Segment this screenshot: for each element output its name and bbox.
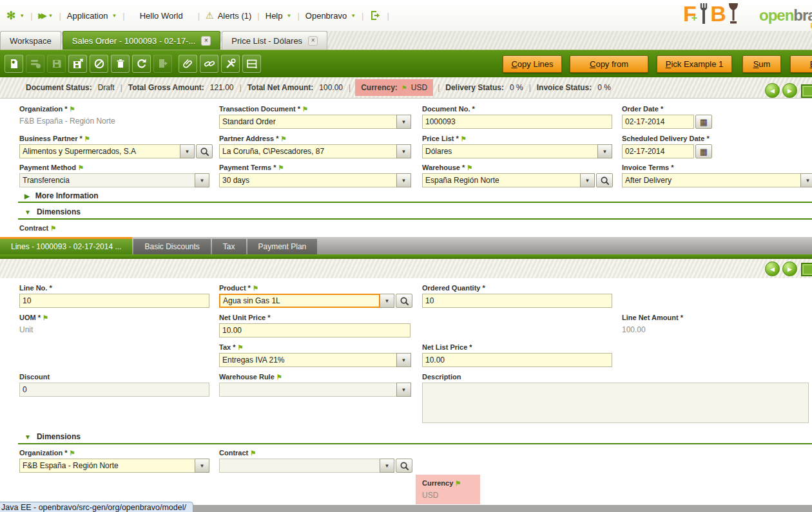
help-menu[interactable]: Help ▼ (266, 11, 292, 21)
toolbar: ✱ (0, 50, 812, 77)
currency-status-highlight: Currency: ⚑ USD (355, 79, 433, 96)
save-close-button[interactable] (68, 55, 87, 73)
application-menu[interactable]: Application ▼ (67, 11, 117, 21)
delete-button[interactable] (111, 55, 130, 73)
tab-price-list[interactable]: Price List - Dólares × (222, 31, 327, 50)
attachment-button[interactable] (179, 55, 197, 73)
tab-lines[interactable]: Lines - 1000093 - 02-17-2014 ... (0, 237, 132, 254)
payment-method-input[interactable] (19, 173, 195, 187)
document-status-bar: Document Status: Draft | Total Gross Amo… (0, 77, 812, 99)
section-dimensions[interactable]: ▼ Dimensions (24, 207, 81, 216)
search-icon[interactable] (596, 173, 613, 187)
chevron-down-icon[interactable]: ▼ (597, 144, 612, 158)
line-no-input[interactable] (19, 294, 209, 308)
tab-sales-order[interactable]: Sales Order - 1000093 - 02-17-... × (63, 31, 221, 50)
business-partner-input[interactable] (19, 144, 180, 158)
menu-separator: | (257, 11, 259, 21)
book-button[interactable]: B (790, 55, 812, 73)
search-icon[interactable] (396, 294, 412, 308)
section-divider (18, 443, 812, 444)
sum-button[interactable]: Sum (742, 55, 781, 73)
chevron-down-icon[interactable]: ▼ (195, 173, 209, 187)
payment-method-label: Payment Method (19, 164, 76, 171)
chevron-down-icon[interactable]: ▼ (380, 294, 394, 308)
flag-icon: ⚑ (467, 164, 472, 171)
refresh-button[interactable] (132, 55, 151, 73)
payment-terms-input[interactable] (219, 173, 397, 187)
discount-input[interactable] (19, 383, 209, 397)
net-list-price-label: Net List Price * (422, 343, 472, 351)
refresh-icon (136, 58, 148, 70)
fork-icon (699, 3, 709, 24)
next-line-button[interactable]: ▶ (782, 261, 797, 276)
field-net-list-price: Net List Price * (422, 343, 612, 367)
net-list-price-input[interactable] (422, 353, 612, 367)
next-record-button[interactable]: ▶ (782, 83, 797, 98)
description-textarea[interactable] (422, 383, 809, 423)
section-lines-dimensions[interactable]: ▼ Dimensions (24, 432, 81, 441)
transaction-document-input[interactable] (219, 115, 397, 129)
tab-basic-discounts[interactable]: Basic Discounts (133, 239, 210, 254)
quick-launch-menu[interactable]: ✻ ▼ (6, 9, 24, 23)
search-icon[interactable] (396, 459, 412, 473)
warehouse-rule-input[interactable] (219, 383, 397, 397)
copy-lines-button[interactable]: Copy Lines (503, 55, 562, 73)
pick-example-1-button[interactable]: Pick Example 1 (657, 55, 732, 73)
doc-status-label: Document Status: (26, 83, 92, 92)
previous-record-button[interactable]: ◀ (765, 83, 780, 98)
uom-label: UOM * (19, 314, 41, 321)
lines-contract-input[interactable] (219, 459, 380, 473)
tab-label: Lines - 1000093 - 02-17-2014 ... (11, 242, 121, 251)
tab-tax[interactable]: Tax (212, 239, 246, 254)
field-lines-currency: Currency⚑ USD (416, 475, 480, 504)
chevron-down-icon[interactable]: ▼ (195, 459, 209, 473)
product-input[interactable] (219, 294, 380, 308)
undo-button[interactable] (90, 55, 108, 73)
close-icon[interactable]: × (201, 36, 211, 46)
tab-payment-plan[interactable]: Payment Plan (247, 239, 318, 254)
link-button[interactable] (200, 55, 218, 73)
partner-address-input[interactable] (219, 144, 397, 158)
chevron-down-icon[interactable]: ▼ (380, 459, 394, 473)
chevron-down-icon[interactable]: ▼ (396, 383, 411, 397)
chevron-down-icon[interactable]: ▼ (180, 144, 195, 158)
chevron-down-icon[interactable]: ▼ (580, 173, 595, 187)
calendar-icon[interactable]: ▦ (695, 115, 712, 129)
document-no-input[interactable] (422, 115, 612, 129)
invoice-terms-input[interactable] (622, 173, 801, 187)
scheduled-delivery-date-label: Scheduled Delivery Date * (622, 135, 710, 142)
section-more-information[interactable]: ▶ More Information (24, 191, 99, 200)
grid-form-toggle-icon (246, 58, 258, 70)
maximize-lines-button[interactable] (801, 263, 812, 276)
grid-form-toggle-button[interactable] (242, 55, 261, 73)
lines-organization-input[interactable] (19, 459, 195, 473)
copy-from-order-button[interactable]: Copy from Order (570, 55, 648, 73)
tax-input[interactable] (219, 353, 397, 367)
alerts-menu[interactable]: ⚠ Alerts (1) (206, 10, 251, 21)
search-icon[interactable] (196, 144, 213, 158)
chevron-down-icon[interactable]: ▼ (396, 115, 411, 129)
ordered-quantity-input[interactable] (422, 294, 612, 308)
chevron-down-icon[interactable]: ▼ (396, 144, 411, 158)
chevron-down-icon[interactable]: ▼ (396, 353, 411, 367)
lines-nav-strip (0, 259, 812, 278)
close-icon[interactable]: × (308, 36, 318, 46)
window-title-label: Hello World (140, 11, 183, 21)
scheduled-delivery-date-input[interactable] (622, 144, 694, 158)
price-list-input[interactable] (422, 144, 598, 158)
net-unit-price-input[interactable] (219, 323, 411, 337)
chevron-down-icon[interactable]: ▼ (396, 173, 411, 187)
user-menu[interactable]: Openbravo ▼ (305, 11, 356, 21)
order-date-input[interactable] (622, 115, 694, 129)
tab-workspace[interactable]: Workspace (0, 31, 61, 50)
tools-button[interactable] (221, 55, 240, 73)
previous-line-button[interactable]: ◀ (765, 261, 780, 276)
quick-create-menu[interactable]: ▶▶ ▼ (39, 12, 53, 20)
calendar-icon[interactable]: ▦ (695, 144, 712, 158)
new-document-button[interactable]: ✱ (5, 55, 23, 73)
logout-button[interactable] (369, 10, 381, 21)
menu-separator: | (362, 11, 363, 21)
warehouse-input[interactable] (422, 173, 581, 187)
chevron-down-icon[interactable]: ▼ (800, 173, 812, 187)
maximize-button[interactable] (801, 84, 812, 98)
